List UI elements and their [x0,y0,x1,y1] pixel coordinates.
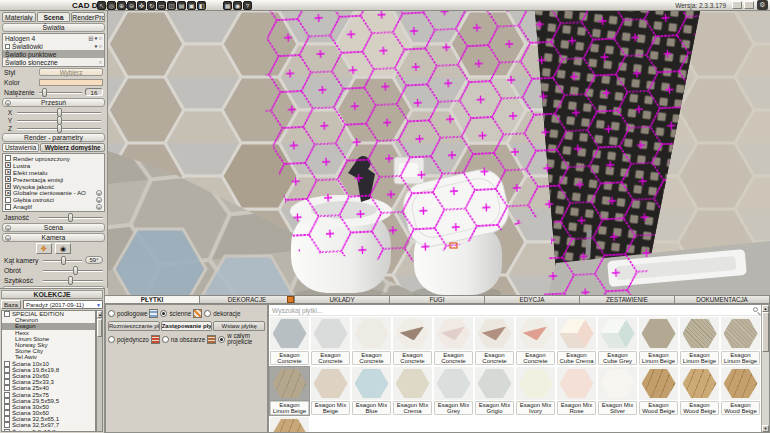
toolbar-icon[interactable]: ◎ [107,1,116,10]
tile-browser-scrollbar[interactable]: ▲ ▼ [761,305,769,432]
expand-icon[interactable]: v [96,197,102,203]
collapse-icon[interactable]: v [5,235,11,241]
tile-swatch-cell[interactable] [269,416,310,432]
scroll-down-icon[interactable]: ▼ [762,425,769,432]
toolbar-icon[interactable]: ◧ [197,1,206,10]
tile-mode-tab[interactable]: Zastępowanie płytek [161,321,213,331]
intensity-slider[interactable] [39,88,82,97]
choose-style-button[interactable]: Wybierz [39,68,103,76]
tile-swatch-cell[interactable]: Esagon Concrete Silver [515,316,556,366]
toolbar-icon[interactable]: ↻ [147,1,156,10]
viewport-3d-scene[interactable] [108,11,770,295]
tile-swatch-cell[interactable]: Esagon Mix Silver 19,8x17, [597,366,638,416]
checkbox[interactable] [5,183,11,189]
light-list-item[interactable]: Halogen 4 ▤ ● ○ [3,34,104,42]
render-option-row[interactable]: Prezentacja emisji v [3,176,104,183]
camera-section-header[interactable]: v Kamera [2,233,105,242]
radio-na-obszarze[interactable]: na obszarze [162,336,205,343]
tile-swatch-cell[interactable]: Esagon Cube Crema 19,8x1 [556,316,597,366]
bottom-tab[interactable]: DEKORACJE [200,295,295,304]
render-option-row[interactable]: Lustra v [3,162,104,169]
light-list-item[interactable]: Światło punktowe ▤ ● ○ [3,50,104,58]
toolbar-icon[interactable]: ⊕ [117,1,126,10]
tile-swatch-cell[interactable]: Esagon Concrete Silver [310,316,351,366]
tile-swatch-cell[interactable]: Esagon Concrete Silver [474,316,515,366]
toolbar-icon[interactable]: ▦ [223,1,232,10]
render-params-header[interactable]: Render - parametry [2,133,105,142]
tile-swatch-cell[interactable]: Esagon Mix Rose 19,8x17, [556,366,597,416]
rotation-slider[interactable] [43,266,103,275]
search-input[interactable]: Wyszukaj płytki... [269,305,769,316]
expand-icon[interactable]: v [96,204,102,210]
checkbox[interactable] [5,162,11,168]
tile-swatch-cell[interactable]: Esagon Linum Beige 19,8x17, [638,316,679,366]
toolbar-icon[interactable]: ◫ [167,1,176,10]
left-panel-tab[interactable]: Materiały [2,12,36,22]
camera-view-button[interactable]: ◉ [55,243,71,254]
bottom-tab[interactable]: FUGI [390,295,485,304]
toolbar-icon[interactable]: ▭ [157,1,166,10]
tile-swatch-cell[interactable]: Esagon Wood Beige 19,8x17, [720,366,761,416]
bottom-tab[interactable]: EDYCJA [485,295,580,304]
tile-swatch-cell[interactable]: Esagon Concrete Silver [433,316,474,366]
scroll-up-icon[interactable]: ▲ [762,305,769,312]
tile-swatch-cell[interactable]: Esagon Concrete Silver [351,316,392,366]
axis-slider[interactable] [17,124,101,133]
collapse-icon[interactable]: v [5,100,11,106]
gear-icon[interactable]: ⚙ [757,0,768,10]
light-color-swatch[interactable] [39,79,103,86]
scene-section-header[interactable]: v Scena [2,223,105,232]
tile-swatch-cell[interactable]: Esagon Mix Blue 19,8x17,1 [351,366,392,416]
tile-swatch-cell[interactable]: Esagon Linum Beige inserto B [720,316,761,366]
move-section-header[interactable]: v Przesuń [2,98,105,107]
light-list-item[interactable]: Światłówki ▤ ● ○ [3,42,104,50]
light-list-item[interactable]: Światło słoneczne ▤ ● ○ [3,58,104,66]
tile-swatch-cell[interactable]: Esagon Concrete Silver [392,316,433,366]
render-option-row[interactable]: Wysoka jakość v [3,183,104,190]
brightness-slider[interactable] [39,213,103,222]
light-checkbox[interactable] [5,44,10,49]
bottom-tab[interactable]: ZESTAWIENIE [580,295,675,304]
render-option-row[interactable]: Efekt metalu v [3,169,104,176]
checkbox[interactable] [5,155,11,161]
tile-swatch-cell[interactable]: Esagon Mix Grey 19,8x17, [433,366,474,416]
checkbox[interactable] [5,190,11,196]
toolbar-icon[interactable]: ▤ [177,1,186,10]
render-option-row[interactable]: Globalne cieniowanie - AO v [3,189,104,196]
radio-dekoracje[interactable]: dekoracje [204,310,240,317]
bulb-icon[interactable]: ○ [99,35,102,41]
collection-dropdown[interactable]: Paradyż (2017-09-11) ▼ [23,300,103,309]
eye-icon[interactable]: ● [94,35,97,41]
toolbar-icon[interactable]: ⊖ [127,1,136,10]
scrollbar-thumb[interactable] [97,319,102,337]
tab-wybierz-domyslne[interactable]: Wybierz domyślne [40,143,105,152]
bulb-icon[interactable]: ○ [99,43,102,49]
tile-swatch-cell[interactable]: Esagon Mix Beige 19,8x17, [310,366,351,416]
scroll-up-icon[interactable]: ▲ [97,311,102,318]
render-option-row[interactable]: Anaglif v [3,203,104,210]
radio-pojedynczo[interactable]: pojedynczo [108,336,149,343]
tile-swatch-cell[interactable]: Esagon Linum Beige inserto A [679,316,720,366]
collapse-icon[interactable]: v [5,225,11,231]
render-option-row[interactable]: Render uproszczony v [3,155,104,162]
lights-section-header[interactable]: Światła [2,23,105,32]
toolbar-icon[interactable]: ▣ [187,1,196,10]
tile-swatch-cell[interactable]: Esagon Mix Crema 19,8x1 [392,366,433,416]
toolbar-icon[interactable]: ✜ [137,1,146,10]
tile-swatch-cell[interactable]: Esagon Mix Grigio 19,8x17 [474,366,515,416]
radio-podłogowe[interactable]: podłogowe [108,310,147,317]
tile-mode-tab[interactable]: Rozmieszczanie płytek [108,321,160,331]
speed-slider[interactable] [43,276,103,285]
tile-swatch-cell[interactable]: Esagon Wood Beige 19,8x17, [679,366,720,416]
tab-ustawienia[interactable]: Ustawienia [2,143,39,152]
base-button[interactable]: Baza [1,300,21,309]
toolbar-icon[interactable]: ◉ [233,1,242,10]
checkbox[interactable] [5,197,11,203]
bulb-icon[interactable]: ○ [99,59,102,65]
toolbar-icon[interactable]: ↖ [97,1,106,10]
tile-swatch-cell[interactable]: Esagon Mix Ivory 19,8x17, [515,366,556,416]
expand-icon[interactable]: v [96,190,102,196]
camera-move-button[interactable]: ✜ [36,243,52,254]
tile-swatch-cell[interactable]: Esagon Linum Beige inserto C [269,366,310,416]
eye-icon[interactable]: ● [94,43,97,49]
